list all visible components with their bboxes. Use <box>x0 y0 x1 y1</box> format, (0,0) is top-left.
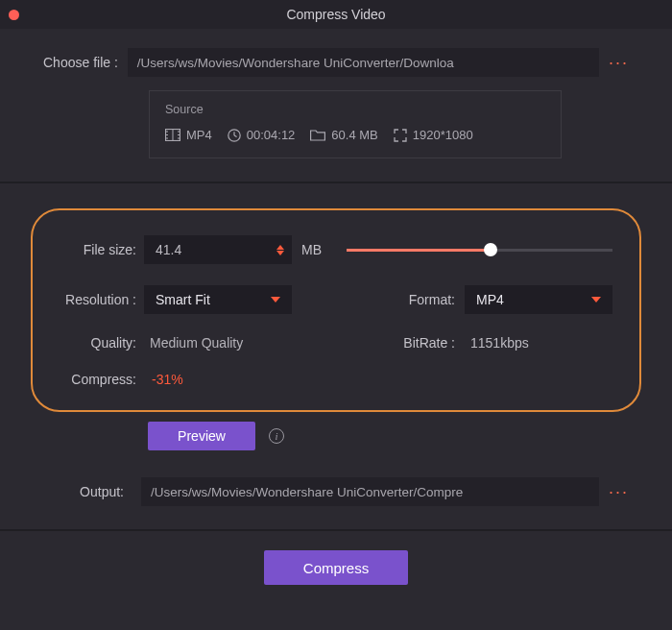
output-browse-icon[interactable]: ··· <box>609 488 629 496</box>
output-path: /Users/ws/Movies/Wondershare UniConverte… <box>151 485 463 499</box>
file-size-stepper[interactable] <box>276 245 284 255</box>
svg-line-10 <box>234 135 237 137</box>
chevron-down-icon <box>271 297 280 303</box>
choose-file-section: Choose file : /Users/ws/Movies/Wondersha… <box>0 29 672 182</box>
source-duration: 00:04:12 <box>228 128 296 142</box>
quality-label: Quality: <box>60 335 144 351</box>
choose-file-input[interactable]: /Users/ws/Movies/Wondershare UniConverte… <box>128 48 599 77</box>
settings-group: File size: 41.4 MB Resolution : Smart Fi… <box>31 208 641 412</box>
file-size-label: File size: <box>60 242 144 257</box>
slider-thumb[interactable] <box>484 243 497 256</box>
choose-file-browse-icon[interactable]: ··· <box>609 59 629 66</box>
folder-icon <box>310 129 325 141</box>
preview-button[interactable]: Preview <box>148 422 255 450</box>
choose-file-label: Choose file : <box>43 55 118 70</box>
format-select[interactable]: MP4 <box>465 285 612 314</box>
quality-value: Medium Quality <box>150 335 243 351</box>
resolution-value: Smart Fit <box>156 292 210 307</box>
source-resolution-value: 1920*1080 <box>413 128 473 142</box>
clock-icon <box>228 129 241 142</box>
source-resolution: 1920*1080 <box>394 128 473 142</box>
chevron-up-icon[interactable] <box>276 245 284 250</box>
file-size-unit: MB <box>301 242 322 257</box>
source-size-value: 60.4 MB <box>331 128 377 142</box>
resolution-select[interactable]: Smart Fit <box>144 285 292 314</box>
file-size-value: 41.4 <box>156 242 181 257</box>
output-path-input[interactable]: /Users/ws/Movies/Wondershare UniConverte… <box>141 477 599 506</box>
source-format: MP4 <box>165 128 212 142</box>
compress-label: Compress: <box>60 372 144 387</box>
resolution-label: Resolution : <box>60 292 144 307</box>
source-format-value: MP4 <box>186 128 212 142</box>
compress-value: -31% <box>152 372 183 387</box>
window-titlebar: Compress Video <box>0 0 672 29</box>
compress-button[interactable]: Compress <box>264 550 408 585</box>
chevron-down-icon[interactable] <box>276 251 284 255</box>
chevron-down-icon <box>591 297 601 303</box>
slider-fill <box>347 249 491 252</box>
film-icon <box>165 129 180 141</box>
output-section: Output: /Users/ws/Movies/Wondershare Uni… <box>0 450 672 529</box>
bitrate-value: 1151kbps <box>465 335 612 351</box>
format-value: MP4 <box>476 292 504 307</box>
choose-file-path: /Users/ws/Movies/Wondershare UniConverte… <box>137 56 454 70</box>
file-size-input[interactable]: 41.4 <box>144 235 292 264</box>
output-label: Output: <box>43 484 132 499</box>
source-info-box: Source MP4 00:04:12 60.4 MB 1920*1080 <box>149 90 562 158</box>
preview-label: Preview <box>178 428 226 444</box>
close-icon[interactable] <box>9 10 19 20</box>
format-label: Format: <box>409 292 455 307</box>
source-size: 60.4 MB <box>310 128 377 142</box>
file-size-slider[interactable] <box>347 242 612 257</box>
expand-icon <box>394 129 407 142</box>
bitrate-label: BitRate : <box>403 335 455 351</box>
footer-bar: Compress <box>0 529 672 604</box>
compress-button-label: Compress <box>303 560 369 576</box>
source-duration-value: 00:04:12 <box>247 128 296 142</box>
info-icon[interactable]: i <box>269 428 284 444</box>
source-heading: Source <box>165 103 545 116</box>
window-title: Compress Video <box>286 7 385 22</box>
divider <box>0 182 672 183</box>
slider-track <box>347 249 612 252</box>
